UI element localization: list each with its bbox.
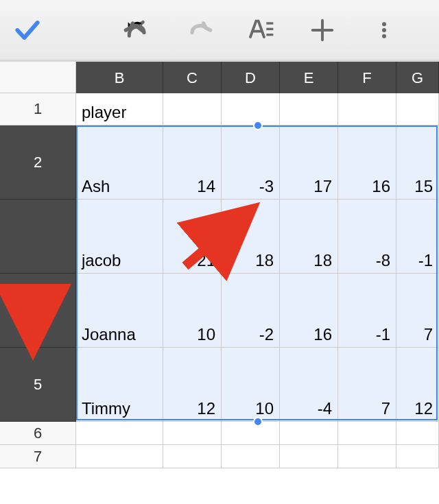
cell-C2[interactable]: 14 <box>163 125 222 200</box>
spreadsheet[interactable]: BCDEFG 124567 playerAsh14-3171615jacob21… <box>0 60 439 504</box>
undo-button[interactable] <box>117 10 158 51</box>
grid[interactable]: playerAsh14-3171615jacob211818-8-1Joanna… <box>76 93 439 468</box>
cell-D4[interactable]: -2 <box>222 274 280 348</box>
svg-rect-2 <box>266 34 273 36</box>
column-headers: BCDEFG <box>76 60 439 93</box>
cell-B4[interactable]: Joanna <box>76 274 163 348</box>
cell-B6[interactable] <box>76 422 163 445</box>
cell-G7[interactable] <box>396 445 439 468</box>
more-vertical-icon <box>374 16 394 44</box>
cell-G4[interactable]: 7 <box>396 274 439 348</box>
svg-point-5 <box>382 34 386 38</box>
row-header-1[interactable]: 1 <box>0 93 76 125</box>
cell-F3[interactable]: -8 <box>338 200 396 274</box>
cell-B3[interactable]: jacob <box>76 200 163 274</box>
cell-C4[interactable]: 10 <box>163 274 222 348</box>
select-all-corner[interactable] <box>0 60 76 93</box>
cell-F1[interactable] <box>338 93 396 125</box>
cell-G2[interactable]: 15 <box>396 125 439 200</box>
table-row <box>76 445 439 468</box>
row-header-2[interactable]: 2 <box>0 125 76 200</box>
column-header-B[interactable]: B <box>76 62 163 95</box>
cell-F4[interactable]: -1 <box>338 274 396 348</box>
cell-C3[interactable]: 21 <box>163 200 222 274</box>
row-header-6[interactable]: 6 <box>0 422 76 445</box>
column-header-G[interactable]: G <box>396 62 439 95</box>
row-header-7[interactable]: 7 <box>0 445 76 468</box>
svg-point-3 <box>382 22 386 26</box>
cell-E5[interactable]: -4 <box>280 348 338 422</box>
cell-D7[interactable] <box>222 445 280 468</box>
cell-E4[interactable]: 16 <box>280 274 338 348</box>
svg-rect-0 <box>266 22 273 24</box>
cell-F7[interactable] <box>338 445 396 468</box>
check-icon <box>12 15 43 45</box>
text-format-button[interactable] <box>240 10 281 51</box>
cell-B5[interactable]: Timmy <box>76 348 163 422</box>
redo-button[interactable] <box>178 10 220 51</box>
text-format-icon <box>247 16 274 44</box>
cell-D1[interactable] <box>222 93 280 125</box>
more-button[interactable] <box>364 10 405 51</box>
cell-C1[interactable] <box>163 93 222 125</box>
table-row: Timmy1210-4712 <box>76 348 439 422</box>
column-header-E[interactable]: E <box>280 62 338 95</box>
table-row: Joanna10-216-17 <box>76 274 439 348</box>
selection-handle-top[interactable] <box>253 121 263 130</box>
column-header-D[interactable]: D <box>222 62 280 95</box>
cell-B7[interactable] <box>76 445 163 468</box>
row-headers: 124567 <box>0 93 76 468</box>
svg-rect-1 <box>266 27 273 29</box>
table-row: Ash14-3171615 <box>76 125 439 200</box>
cell-E2[interactable]: 17 <box>280 125 338 200</box>
undo-icon <box>123 16 151 44</box>
cell-D6[interactable] <box>222 422 280 445</box>
row-header-3[interactable] <box>0 200 76 274</box>
cell-F5[interactable]: 7 <box>338 348 396 422</box>
column-header-C[interactable]: C <box>163 62 222 95</box>
cell-G1[interactable] <box>396 93 439 125</box>
cell-E3[interactable]: 18 <box>280 200 338 274</box>
cell-G5[interactable]: 12 <box>396 348 439 422</box>
cell-D2[interactable]: -3 <box>222 125 280 200</box>
cell-G6[interactable] <box>396 422 439 445</box>
cell-D3[interactable]: 18 <box>222 200 280 274</box>
redo-icon <box>185 16 213 44</box>
cell-C5[interactable]: 12 <box>163 348 222 422</box>
cell-E6[interactable] <box>280 422 338 445</box>
cell-B2[interactable]: Ash <box>76 125 163 200</box>
row-header-4[interactable]: 4 <box>0 274 76 348</box>
svg-point-4 <box>382 28 386 32</box>
cell-F6[interactable] <box>338 422 396 445</box>
cell-E1[interactable] <box>280 93 338 125</box>
cell-C7[interactable] <box>163 445 222 468</box>
cell-F2[interactable]: 16 <box>338 125 396 200</box>
column-header-F[interactable]: F <box>338 62 396 95</box>
add-button[interactable] <box>302 10 343 51</box>
table-row: jacob211818-8-1 <box>76 200 439 274</box>
accept-button[interactable] <box>7 10 48 51</box>
plus-icon <box>309 17 335 43</box>
cell-C6[interactable] <box>163 422 222 445</box>
cell-G3[interactable]: -1 <box>396 200 439 274</box>
cell-B1[interactable]: player <box>76 93 163 125</box>
toolbar <box>0 0 439 60</box>
row-header-5[interactable]: 5 <box>0 348 76 422</box>
selection-handle-bottom[interactable] <box>253 417 263 427</box>
cell-E7[interactable] <box>280 445 338 468</box>
cell-D5[interactable]: 10 <box>222 348 280 422</box>
